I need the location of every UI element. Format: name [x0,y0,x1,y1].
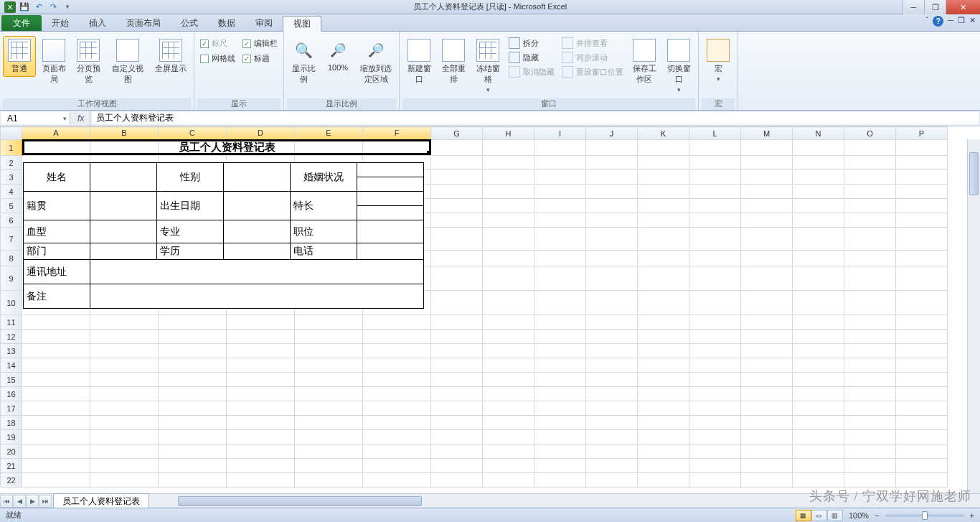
sheet-nav-last[interactable]: ⏭ [39,495,52,508]
switch-windows-button[interactable]: 切换窗口 [662,36,695,96]
cell-H11[interactable] [483,315,534,330]
cell-C15[interactable] [159,373,227,387]
cell-B13[interactable] [90,344,159,358]
cell-D21[interactable] [227,459,295,473]
cell-I7[interactable] [534,228,586,251]
cell-F18[interactable] [363,416,431,430]
cell-N9[interactable] [793,266,844,291]
cell-I8[interactable] [534,251,586,266]
cell-P14[interactable] [896,358,948,373]
cell-P15[interactable] [896,373,948,387]
cell-C14[interactable] [159,358,227,373]
cell-P5[interactable] [896,199,948,213]
cell-M2[interactable] [741,156,793,170]
cell-C13[interactable] [159,344,227,358]
col-header-E[interactable]: E [295,127,363,140]
cell-K1[interactable] [638,140,689,156]
cell-A16[interactable] [22,387,90,401]
cell-P18[interactable] [896,416,948,430]
row-header-1[interactable]: 1 [1,140,22,156]
undo-icon[interactable]: ↶ [33,1,44,13]
row-header-21[interactable]: 21 [1,459,22,473]
cell-D12[interactable] [227,330,295,344]
row-header-11[interactable]: 11 [1,315,22,330]
cell-J13[interactable] [586,344,638,358]
cell-A13[interactable] [22,344,90,358]
col-header-O[interactable]: O [844,127,896,140]
minimize-ribbon-icon[interactable]: ˇ [926,16,929,27]
cell-P21[interactable] [896,459,948,473]
zoom-slider[interactable] [885,514,964,517]
macros-button[interactable]: 宏 [702,36,735,85]
cell-L13[interactable] [689,344,741,358]
cell-N14[interactable] [793,358,844,373]
cell-H7[interactable] [483,228,534,251]
minimize-button[interactable]: ─ [903,0,924,14]
cell-G14[interactable] [431,358,483,373]
row-header-2[interactable]: 2 [1,156,22,170]
cell-H8[interactable] [483,251,534,266]
cell-I11[interactable] [534,315,586,330]
cell-G21[interactable] [431,459,483,473]
save-workspace-button[interactable]: 保存工作区 [628,36,661,88]
cell-D14[interactable] [227,358,295,373]
row-header-14[interactable]: 14 [1,358,22,373]
cell-N20[interactable] [793,444,844,459]
vscroll-thumb[interactable] [969,152,979,195]
cell-K15[interactable] [638,373,689,387]
cell-J11[interactable] [586,315,638,330]
cell-H13[interactable] [483,344,534,358]
cell-N8[interactable] [793,251,844,266]
cell-J2[interactable] [586,156,638,170]
cell-G4[interactable] [431,185,483,199]
cell-H21[interactable] [483,459,534,473]
cell-O1[interactable] [844,140,896,156]
doc-restore-icon[interactable]: ❐ [958,16,965,27]
cell-J17[interactable] [586,401,638,416]
cell-K7[interactable] [638,228,689,251]
cell-G15[interactable] [431,373,483,387]
cell-M21[interactable] [741,459,793,473]
cell-E13[interactable] [295,344,363,358]
cell-A11[interactable] [22,315,90,330]
cell-B18[interactable] [90,416,159,430]
cell-N21[interactable] [793,459,844,473]
cell-G2[interactable] [431,156,483,170]
cell-J6[interactable] [586,213,638,228]
cell-F13[interactable] [363,344,431,358]
name-box[interactable]: A1 [1,112,70,124]
cell-H17[interactable] [483,401,534,416]
cell-J15[interactable] [586,373,638,387]
cell-gender-value[interactable] [224,163,291,192]
cell-G8[interactable] [431,251,483,266]
view-pagebreak-button[interactable]: ▥ [827,510,843,521]
cell-N7[interactable] [793,228,844,251]
save-icon[interactable]: 💾 [19,1,30,13]
formulabar-checkbox[interactable]: ✓编辑栏 [240,36,281,51]
cell-K6[interactable] [638,213,689,228]
cell-A14[interactable] [22,358,90,373]
cell-G17[interactable] [431,401,483,416]
cell-H15[interactable] [483,373,534,387]
cell-O9[interactable] [844,266,896,291]
cell-D13[interactable] [227,344,295,358]
cell-A15[interactable] [22,373,90,387]
cell-F15[interactable] [363,373,431,387]
cell-G13[interactable] [431,344,483,358]
cell-J16[interactable] [586,387,638,401]
freeze-panes-button[interactable]: 冻结窗格 [471,36,504,96]
cell-marital-value-2[interactable] [357,177,424,192]
cell-C21[interactable] [159,459,227,473]
col-header-I[interactable]: I [534,127,586,140]
cell-H4[interactable] [483,185,534,199]
cell-D18[interactable] [227,416,295,430]
cell-I12[interactable] [534,330,586,344]
cell-G3[interactable] [431,170,483,185]
row-header-6[interactable]: 6 [1,213,22,228]
cell-O15[interactable] [844,373,896,387]
cell-L10[interactable] [689,291,741,315]
cell-native-value[interactable] [90,192,157,220]
cell-E20[interactable] [295,444,363,459]
cell-L20[interactable] [689,444,741,459]
zoom-100-button[interactable]: 🔎 100% [321,36,354,75]
